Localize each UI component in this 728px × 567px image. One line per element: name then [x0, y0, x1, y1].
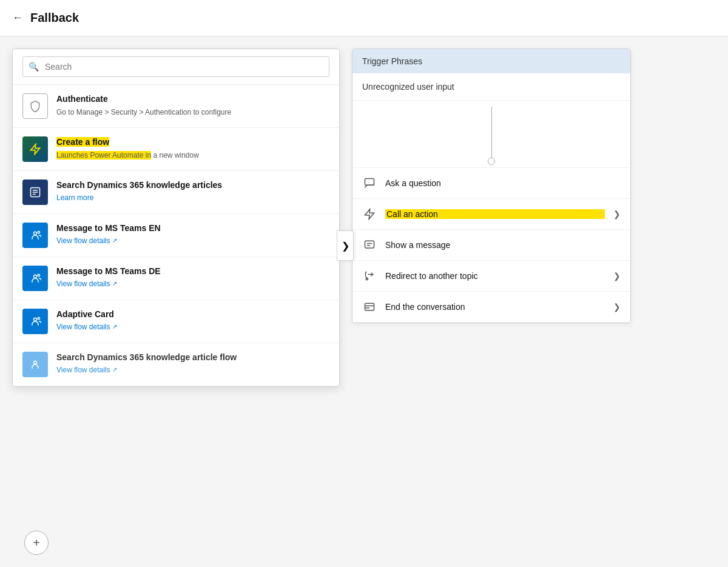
- list-item-search-dynamics[interactable]: Search Dynamics 365 knowledge articles L…: [13, 171, 339, 214]
- item-title-teams-en: Message to MS Teams EN: [56, 223, 329, 235]
- highlighted-subtitle: Launches Power Automate in: [56, 151, 151, 159]
- svg-point-8: [34, 318, 37, 321]
- svg-point-9: [38, 317, 39, 319]
- svg-point-6: [34, 275, 37, 278]
- search-bar: 🔍: [13, 49, 339, 85]
- view-flow-details-link-adaptive[interactable]: View flow details ↗: [56, 323, 117, 331]
- redirect-icon: [362, 269, 377, 283]
- item-title-adaptive-card: Adaptive Card: [56, 309, 329, 321]
- item-icon-teams-de: [22, 266, 48, 291]
- list-item-create-flow[interactable]: Create a flow Launches Power Automate in…: [13, 128, 339, 171]
- call-action-arrow: ❯: [613, 209, 621, 219]
- search-icon: 🔍: [29, 62, 39, 72]
- left-panel: 🔍 Authenticate Go to Mana: [0, 36, 352, 567]
- connector-line: [491, 107, 492, 161]
- svg-point-7: [38, 274, 39, 276]
- search-input[interactable]: [22, 56, 329, 77]
- action-list: Ask a question Call an action ❯: [352, 167, 630, 323]
- svg-rect-11: [365, 179, 374, 186]
- item-title-dynamics-flow: Search Dynamics 365 knowledge article fl…: [56, 352, 329, 364]
- item-content-adaptive-card: Adaptive Card View flow details ↗: [56, 309, 329, 332]
- item-title-search-dynamics: Search Dynamics 365 knowledge articles: [56, 179, 329, 192]
- svg-point-15: [366, 278, 368, 280]
- redirect-arrow: ❯: [613, 271, 621, 281]
- item-content-search-dynamics: Search Dynamics 365 knowledge articles L…: [56, 179, 329, 203]
- flow-card: Trigger Phrases Unrecognized user input: [352, 49, 631, 323]
- end-conversation-arrow: ❯: [613, 302, 621, 312]
- list-item-adaptive-card[interactable]: Adaptive Card View flow details ↗: [13, 300, 339, 343]
- trigger-phrases-title: Trigger Phrases: [362, 56, 422, 66]
- learn-more-text: Learn more: [56, 193, 93, 202]
- view-flow-details-link-dynamics[interactable]: View flow details ↗: [56, 366, 117, 374]
- item-content-authenticate: Authenticate Go to Manage > Security > A…: [56, 93, 329, 117]
- highlighted-title: Create a flow: [56, 137, 109, 147]
- flow-card-header: Trigger Phrases: [352, 49, 630, 73]
- view-flow-details-link-en[interactable]: View flow details ↗: [56, 237, 117, 245]
- end-conversation-label: End the conversation: [385, 302, 605, 312]
- item-subtitle-create-flow: Launches Power Automate in a new window: [56, 150, 329, 161]
- item-content-create-flow: Create a flow Launches Power Automate in…: [56, 136, 329, 160]
- svg-rect-12: [365, 241, 374, 248]
- message-icon: [362, 238, 377, 252]
- list-item[interactable]: Authenticate Go to Manage > Security > A…: [13, 85, 339, 128]
- item-content-teams-de: Message to MS Teams DE View flow details…: [56, 266, 329, 289]
- action-item-call-action[interactable]: Call an action ❯: [352, 199, 630, 230]
- chat-icon: [362, 176, 377, 190]
- item-icon-adaptive-card: [22, 309, 48, 334]
- list-item-dynamics-flow[interactable]: Search Dynamics 365 knowledge article fl…: [13, 343, 339, 386]
- view-flow-details-link-de[interactable]: View flow details ↗: [56, 280, 117, 288]
- svg-point-4: [34, 232, 37, 235]
- item-title-create-flow: Create a flow: [56, 136, 329, 149]
- view-flow-text-dynamics: View flow details: [56, 366, 110, 374]
- action-item-end-conversation[interactable]: End the conversation ❯: [352, 292, 630, 323]
- external-link-icon-dynamics: ↗: [112, 366, 117, 373]
- header: ← Fallback: [0, 0, 728, 36]
- item-title: Authenticate: [56, 93, 329, 106]
- call-action-label: Call an action: [385, 209, 605, 219]
- item-icon-authenticate: [22, 93, 48, 119]
- list-container[interactable]: Authenticate Go to Manage > Security > A…: [13, 85, 339, 386]
- item-icon-search-dynamics: [22, 179, 48, 205]
- ask-question-label: Ask a question: [385, 178, 621, 188]
- action-item-redirect[interactable]: Redirect to another topic ❯: [352, 261, 630, 292]
- item-icon-dynamics-flow: [22, 352, 48, 377]
- external-link-icon-de: ↗: [112, 280, 117, 287]
- list-item-teams-en[interactable]: Message to MS Teams EN View flow details…: [13, 214, 339, 257]
- list-item-teams-de[interactable]: Message to MS Teams DE View flow details…: [13, 257, 339, 300]
- svg-point-10: [34, 361, 37, 364]
- external-link-icon: ↗: [112, 237, 117, 244]
- trigger-text: Unrecognized user input: [352, 73, 630, 101]
- page-title: Fallback: [30, 11, 79, 25]
- item-content-teams-en: Message to MS Teams EN View flow details…: [56, 223, 329, 246]
- back-arrow-icon: ←: [12, 12, 23, 24]
- connector-circle: [488, 158, 495, 165]
- view-flow-text-de: View flow details: [56, 280, 110, 288]
- item-title-teams-de: Message to MS Teams DE: [56, 266, 329, 278]
- plus-icon: +: [33, 536, 40, 550]
- item-icon-create-flow: [22, 136, 48, 162]
- redirect-label: Redirect to another topic: [385, 271, 605, 281]
- action-item-ask-question[interactable]: Ask a question: [352, 168, 630, 199]
- action-item-show-message[interactable]: Show a message: [352, 230, 630, 261]
- add-button[interactable]: +: [24, 531, 49, 555]
- view-flow-text-adaptive: View flow details: [56, 323, 110, 331]
- chevron-right-icon: ❯: [342, 240, 349, 252]
- end-icon: [362, 300, 377, 314]
- show-message-label: Show a message: [385, 240, 621, 250]
- search-wrapper: 🔍: [22, 56, 329, 77]
- connector-area: [352, 101, 630, 167]
- learn-more-link[interactable]: Learn more: [56, 193, 93, 202]
- security-text: Security: [111, 108, 137, 116]
- item-content-dynamics-flow: Search Dynamics 365 knowledge article fl…: [56, 352, 329, 375]
- panel-chevron-button[interactable]: ❯: [337, 230, 354, 261]
- svg-point-5: [38, 231, 39, 233]
- right-panel: Trigger Phrases Unrecognized user input: [352, 36, 728, 567]
- back-button[interactable]: ←: [12, 12, 23, 24]
- item-icon-teams-en: [22, 223, 48, 248]
- view-flow-text-en: View flow details: [56, 237, 110, 245]
- item-subtitle: Go to Manage > Security > Authentication…: [56, 107, 329, 118]
- main-content: 🔍 Authenticate Go to Mana: [0, 36, 728, 567]
- external-link-icon-adaptive: ↗: [112, 323, 117, 330]
- bolt-icon: [362, 207, 377, 221]
- dropdown-popup: 🔍 Authenticate Go to Mana: [12, 49, 340, 387]
